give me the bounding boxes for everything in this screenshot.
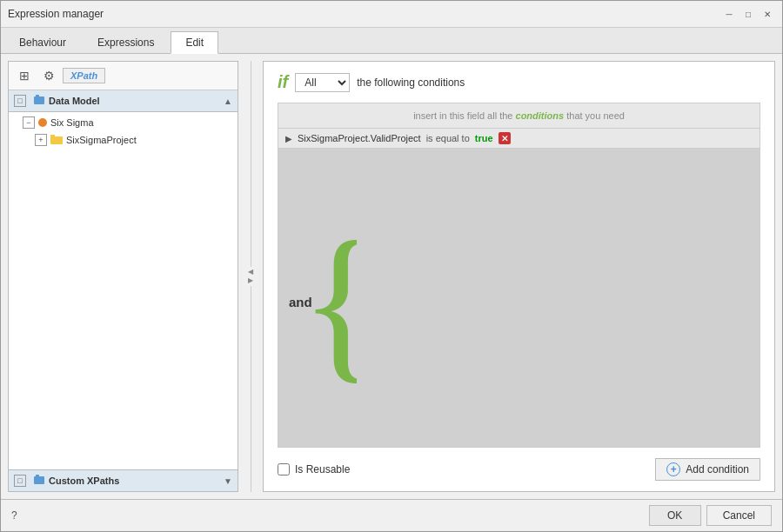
condition-operator: is equal to	[426, 133, 470, 143]
dialog-buttons: OK Cancel	[649, 505, 772, 526]
data-model-collapse-icon[interactable]: ▲	[224, 96, 232, 106]
folder-icon	[50, 134, 66, 146]
custom-xpaths-toggle[interactable]: □	[14, 475, 26, 487]
left-toolbar-icon2-button[interactable]: ⚙	[38, 65, 59, 86]
right-panel: if All Any None the following conditions…	[263, 61, 775, 492]
tabs-bar: Behaviour Expressions Edit	[1, 28, 782, 54]
is-reusable-checkbox[interactable]	[278, 463, 290, 475]
tree-header-left: □ Data Model	[14, 94, 100, 108]
tab-edit[interactable]: Edit	[171, 31, 218, 54]
left-toolbar: ⊞ ⚙ XPath	[9, 62, 238, 90]
add-condition-button[interactable]: + Add condition	[655, 458, 760, 481]
xpath-icon: XPath	[70, 70, 97, 81]
data-model-tree: □ Data Model ▲ −	[9, 90, 238, 469]
expression-manager-window: Expression manager ─ □ ✕ Behaviour Expre…	[0, 0, 783, 532]
svg-rect-2	[50, 136, 63, 144]
and-brace-section: and {	[278, 156, 760, 447]
six-sigma-project-label: SixSigmaProject	[66, 135, 137, 145]
following-text: the following conditions	[357, 76, 465, 89]
data-model-toggle[interactable]: □	[14, 95, 26, 107]
if-label: if	[278, 72, 288, 92]
status-bar: ? OK Cancel	[1, 499, 782, 531]
xpath-button[interactable]: XPath	[63, 68, 105, 83]
splitter-arrow-right: ▶	[248, 277, 253, 284]
panel-splitter[interactable]: ◀ ▶	[245, 61, 256, 492]
custom-xpaths-header-left: □ Custom XPaths	[14, 474, 119, 488]
six-sigma-label: Six Sigma	[50, 117, 94, 128]
gear-icon: ⚙	[44, 69, 55, 83]
custom-xpaths-header: □ Custom XPaths ▼	[9, 470, 238, 491]
condition-delete-button[interactable]: ✕	[499, 132, 511, 144]
conditions-word: conditions	[516, 110, 565, 121]
main-content: ⊞ ⚙ XPath □	[1, 54, 782, 499]
maximize-button[interactable]: □	[740, 6, 756, 22]
footer-row: Is Reusable + Add condition	[278, 458, 760, 481]
window-controls: ─ □ ✕	[721, 6, 775, 22]
hint-before: insert in this field all the	[413, 110, 512, 121]
data-model-label: Data Model	[49, 96, 100, 106]
custom-xpaths-collapse-icon[interactable]: ▼	[224, 476, 232, 486]
window-title: Expression manager	[8, 8, 104, 20]
left-panel: ⊞ ⚙ XPath □	[8, 61, 238, 492]
expand-row-arrow[interactable]: ▶	[285, 134, 292, 143]
tab-behaviour[interactable]: Behaviour	[4, 31, 81, 53]
condition-row: ▶ SixSigmaProject.ValidProject is equal …	[278, 129, 760, 149]
custom-xpaths-label: Custom XPaths	[49, 475, 119, 486]
svg-rect-5	[36, 475, 39, 477]
tree-items: − Six Sigma + SixSigmaProjec	[9, 112, 238, 150]
tree-item-six-sigma[interactable]: − Six Sigma	[9, 114, 238, 131]
six-sigma-icon	[38, 118, 47, 127]
condition-select[interactable]: All Any None	[295, 73, 350, 92]
minimize-button[interactable]: ─	[721, 6, 737, 22]
brace-container: {	[326, 156, 357, 447]
close-button[interactable]: ✕	[760, 6, 775, 22]
tree-item-six-sigma-project[interactable]: + SixSigmaProject	[9, 131, 238, 149]
ok-button[interactable]: OK	[649, 505, 701, 526]
help-icon[interactable]: ?	[11, 509, 17, 522]
is-reusable-row: Is Reusable	[278, 463, 350, 475]
data-model-icon	[33, 94, 45, 108]
six-sigma-toggle[interactable]: −	[23, 116, 35, 129]
data-model-header: □ Data Model ▲	[9, 90, 238, 112]
add-condition-label: Add condition	[686, 463, 749, 475]
svg-rect-1	[36, 95, 39, 97]
brace-content-area[interactable]	[357, 156, 760, 447]
cancel-button[interactable]: Cancel	[706, 505, 772, 526]
six-sigma-project-toggle[interactable]: +	[35, 134, 47, 146]
svg-rect-4	[34, 476, 44, 484]
is-reusable-label: Is Reusable	[295, 463, 350, 475]
custom-xpaths-db-icon	[33, 474, 45, 488]
grid-icon: ⊞	[19, 69, 30, 83]
splitter-arrows: ◀ ▶	[248, 267, 253, 286]
add-icon: +	[666, 462, 680, 476]
condition-value: true	[475, 133, 493, 143]
title-bar: Expression manager ─ □ ✕	[1, 1, 782, 28]
condition-field: SixSigmaProject.ValidProject	[298, 133, 421, 143]
svg-rect-0	[34, 96, 44, 104]
condition-header: if All Any None the following conditions	[278, 72, 760, 92]
svg-rect-3	[50, 135, 55, 137]
condition-hint: insert in this field all the conditions …	[278, 103, 760, 129]
tab-expressions[interactable]: Expressions	[83, 31, 169, 53]
custom-xpaths-section: □ Custom XPaths ▼	[9, 469, 238, 491]
condition-area: insert in this field all the conditions …	[278, 103, 760, 448]
hint-after: that you need	[566, 110, 625, 121]
splitter-arrow-left: ◀	[248, 269, 253, 276]
left-toolbar-icon1-button[interactable]: ⊞	[14, 65, 35, 86]
